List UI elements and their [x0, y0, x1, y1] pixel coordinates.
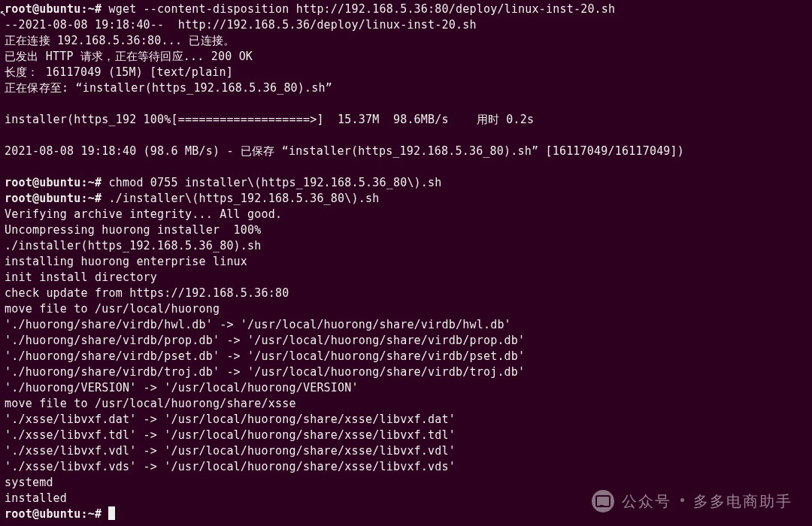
line-24: './huorong/share/virdb/troj.db' -> '/usr…: [5, 365, 525, 379]
command-text: ./installer\(https_192.168.5.36_80\).sh: [108, 192, 379, 205]
shell-prompt: root@ubuntu:~#: [5, 507, 102, 521]
watermark-label-prefix: 公众号: [622, 494, 671, 509]
line-17: installing huorong enterprise linux: [5, 255, 247, 268]
line-13: root@ubuntu:~# ./installer\(https_192.16…: [5, 192, 379, 205]
line-5: 长度： 16117049 (15M) [text/plain]: [5, 65, 233, 79]
shell-prompt: root@ubuntu:~#: [5, 2, 102, 16]
line-22: './huorong/share/virdb/prop.db' -> '/usr…: [5, 334, 525, 347]
line-1: root@ubuntu:~# wget --content-dispositio…: [5, 2, 615, 16]
line-4: 已发出 HTTP 请求，正在等待回应... 200 OK: [5, 50, 253, 63]
line-27: './xsse/libvxf.dat' -> '/usr/local/huoro…: [5, 413, 456, 426]
line-14: Verifying archive integrity... All good.: [5, 207, 282, 221]
line-33-prompt: root@ubuntu:~#: [5, 507, 115, 521]
text-cursor[interactable]: [108, 506, 115, 520]
command-text: wget --content-disposition http://192.16…: [108, 2, 615, 16]
line-32: installed: [5, 491, 67, 505]
line-26: move file to /usr/local/huorong/share/xs…: [5, 397, 296, 410]
line-12: root@ubuntu:~# chmod 0755 installer\(htt…: [5, 176, 442, 189]
line-15: Uncompressing huorong installer 100%: [5, 223, 262, 237]
line-8-progress: installer(https_192 100%[===============…: [5, 113, 534, 126]
line-20: move file to /usr/local/huorong: [5, 302, 220, 316]
line-28: './xsse/libvxf.tdl' -> '/usr/local/huoro…: [5, 428, 456, 442]
command-text: chmod 0755 installer\(https_192.168.5.36…: [108, 176, 441, 189]
line-18: init install directory: [5, 271, 157, 284]
line-25: './huorong/VERSION' -> '/usr/local/huoro…: [5, 381, 359, 394]
shell-prompt: root@ubuntu:~#: [5, 176, 102, 189]
line-30: './xsse/libvxf.vds' -> '/usr/local/huoro…: [5, 460, 456, 473]
line-10: 2021-08-08 19:18:40 (98.6 MB/s) - 已保存 “i…: [5, 144, 684, 158]
line-31: systemd: [5, 476, 53, 489]
watermark: 公众号 多多电商助手: [592, 490, 792, 512]
line-2: --2021-08-08 19:18:40-- http://192.168.5…: [5, 18, 477, 32]
line-29: './xsse/libvxf.vdl' -> '/usr/local/huoro…: [5, 444, 456, 458]
line-21: './huorong/share/virdb/hwl.db' -> '/usr/…: [5, 318, 511, 331]
line-3: 正在连接 192.168.5.36:80... 已连接。: [5, 34, 235, 47]
line-23: './huorong/share/virdb/pset.db' -> '/usr…: [5, 349, 525, 363]
watermark-label-suffix: 多多电商助手: [693, 494, 792, 509]
line-19: check update from https://192.168.5.36:8…: [5, 286, 289, 300]
line-16: ./installer(https_192.168.5.36_80).sh: [5, 239, 262, 252]
line-6: 正在保存至: “installer(https_192.168.5.36_80)…: [5, 81, 332, 95]
wechat-icon: [592, 490, 614, 512]
shell-prompt: root@ubuntu:~#: [5, 192, 102, 205]
terminal-output[interactable]: root@ubuntu:~# wget --content-dispositio…: [0, 0, 812, 526]
dot-separator-icon: [680, 498, 684, 502]
